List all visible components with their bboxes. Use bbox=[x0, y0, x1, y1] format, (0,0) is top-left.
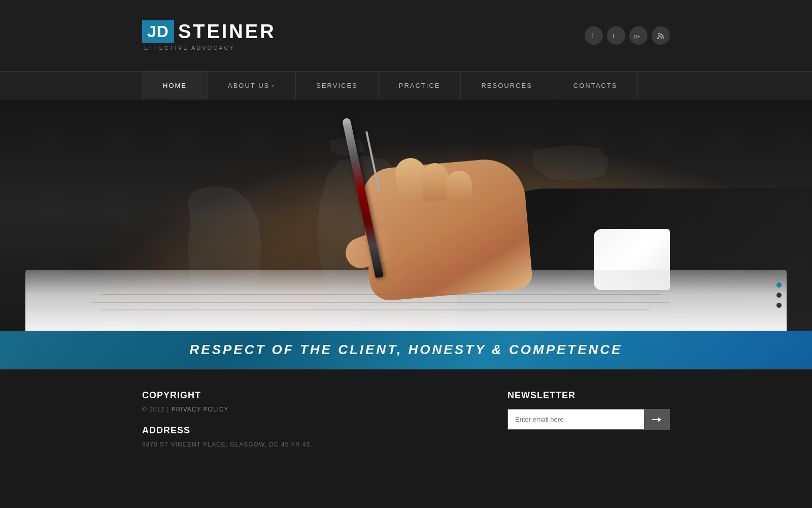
social-icons-group: f t g+ bbox=[585, 26, 670, 45]
nav-about-label: ABOUT US bbox=[228, 82, 269, 89]
footer-newsletter: NEWSLETTER bbox=[507, 390, 670, 488]
hero-section: RESPECT OF THE CLIENT, HONESTY & COMPETE… bbox=[0, 100, 812, 369]
slider-dots bbox=[776, 282, 782, 308]
nav-resources-label: RESOURCES bbox=[481, 82, 532, 89]
logo-main: JD STEINER bbox=[142, 20, 276, 43]
logo-tagline: EFFECTIVE ADVOCACY bbox=[144, 45, 235, 51]
site-footer: COPYRIGHT © 2012 | PRIVACY POLICY ADDRES… bbox=[0, 369, 812, 508]
nav-practice-label: PRACTICE bbox=[399, 82, 441, 89]
newsletter-title: NEWSLETTER bbox=[507, 390, 670, 401]
logo-jd-box: JD bbox=[142, 20, 174, 43]
newsletter-email-input[interactable] bbox=[508, 409, 644, 429]
nav-services-label: SERVICES bbox=[316, 82, 358, 89]
site-header: JD STEINER EFFECTIVE ADVOCACY f t g+ bbox=[0, 0, 812, 71]
svg-text:f: f bbox=[591, 32, 593, 40]
facebook-icon[interactable]: f bbox=[585, 26, 603, 45]
slider-dot-1[interactable] bbox=[776, 282, 782, 288]
slider-dot-2[interactable] bbox=[776, 293, 782, 298]
hero-hand-scene bbox=[0, 100, 812, 331]
googleplus-icon[interactable]: g+ bbox=[629, 26, 648, 45]
nav-resources[interactable]: RESOURCES bbox=[461, 72, 553, 100]
nav-contacts[interactable]: CONTACTS bbox=[553, 72, 638, 100]
logo-name: STEINER bbox=[178, 21, 276, 43]
svg-text:t: t bbox=[613, 33, 615, 40]
chevron-down-icon: ▾ bbox=[272, 83, 275, 88]
main-nav: HOME ABOUT US ▾ SERVICES PRACTICE RESOUR… bbox=[0, 71, 812, 100]
svg-point-3 bbox=[657, 37, 659, 39]
footer-address-title: ADDRESS bbox=[142, 425, 477, 436]
rss-icon[interactable] bbox=[652, 26, 670, 45]
footer-info: COPYRIGHT © 2012 | PRIVACY POLICY ADDRES… bbox=[142, 390, 477, 488]
newsletter-form bbox=[507, 409, 670, 430]
nav-about[interactable]: ABOUT US ▾ bbox=[208, 72, 296, 100]
svg-text:g+: g+ bbox=[634, 33, 640, 39]
nav-practice[interactable]: PRACTICE bbox=[379, 72, 461, 100]
logo[interactable]: JD STEINER EFFECTIVE ADVOCACY bbox=[142, 20, 276, 51]
svg-marker-9 bbox=[658, 417, 661, 422]
hero-banner: RESPECT OF THE CLIENT, HONESTY & COMPETE… bbox=[0, 331, 812, 369]
twitter-icon[interactable]: t bbox=[607, 26, 625, 45]
submit-arrow-icon bbox=[652, 416, 661, 423]
footer-privacy-link[interactable]: PRIVACY POLICY bbox=[172, 406, 229, 413]
hero-slogan: RESPECT OF THE CLIENT, HONESTY & COMPETE… bbox=[190, 342, 623, 358]
nav-services[interactable]: SERVICES bbox=[296, 72, 379, 100]
nav-home-label: HOME bbox=[163, 82, 187, 89]
slider-dot-3[interactable] bbox=[776, 303, 782, 308]
footer-separator: | bbox=[167, 406, 171, 413]
footer-year: © 2012 bbox=[142, 406, 165, 413]
footer-copyright-section: COPYRIGHT © 2012 | PRIVACY POLICY bbox=[142, 390, 477, 413]
footer-copyright-text: © 2012 | PRIVACY POLICY bbox=[142, 406, 477, 413]
nav-home[interactable]: HOME bbox=[142, 72, 208, 100]
footer-address-text: 9870 ST VINCENT PLACE, GLASGOW, DC 45 FR… bbox=[142, 441, 477, 448]
nav-contacts-label: CONTACTS bbox=[573, 82, 618, 89]
footer-address-section: ADDRESS 9870 ST VINCENT PLACE, GLASGOW, … bbox=[142, 425, 477, 448]
newsletter-submit-button[interactable] bbox=[644, 409, 669, 429]
footer-copyright-title: COPYRIGHT bbox=[142, 390, 477, 401]
